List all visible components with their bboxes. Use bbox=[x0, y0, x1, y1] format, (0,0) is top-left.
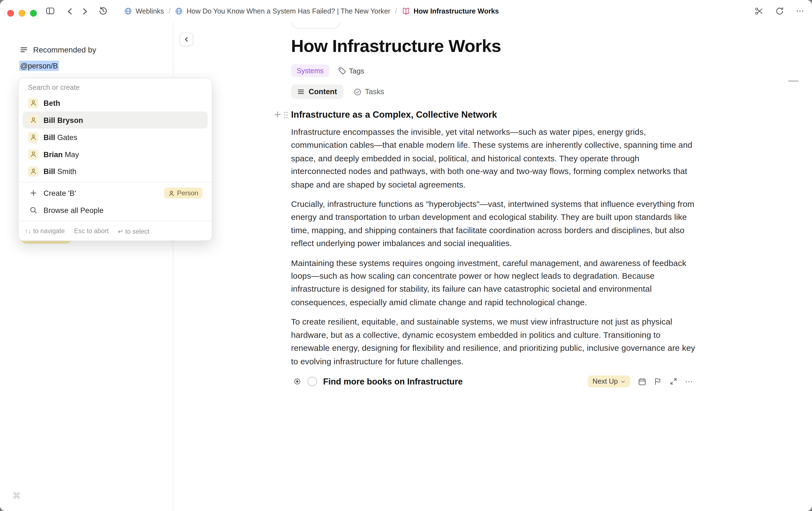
window-titlebar: Weblinks / How Do You Know When a System… bbox=[0, 0, 812, 22]
more-options-icon[interactable]: ⋯ bbox=[796, 7, 804, 15]
create-label: Create 'B' bbox=[44, 189, 76, 197]
breadcrumb-separator: / bbox=[395, 7, 397, 15]
object-meta-row: Systems Tags bbox=[291, 64, 696, 77]
person-option[interactable]: BillGates bbox=[23, 129, 208, 145]
breadcrumb-item-current-page[interactable]: How Infrastructure Works bbox=[402, 7, 499, 15]
browse-all-people-option[interactable]: Browse all People bbox=[23, 201, 208, 219]
breadcrumb-separator: / bbox=[169, 7, 171, 15]
recommended-by-label: Recommended by bbox=[33, 45, 96, 54]
scissors-icon[interactable] bbox=[755, 6, 763, 15]
person-name: BrianMay bbox=[44, 150, 79, 158]
section-heading[interactable]: Infrastructure as a Complex, Collective … bbox=[291, 109, 696, 120]
divider bbox=[19, 182, 212, 183]
person-type-badge: Person bbox=[164, 188, 202, 198]
add-block-icon[interactable] bbox=[273, 110, 282, 119]
clipped-pill-button[interactable] bbox=[291, 22, 340, 28]
command-key-icon: ⌘ bbox=[12, 491, 21, 501]
paragraph[interactable]: Infrastructure encompasses the invisible… bbox=[291, 126, 696, 191]
paragraph[interactable]: Maintaining these systems requires ongoi… bbox=[291, 256, 696, 309]
breadcrumb-label: How Infrastructure Works bbox=[413, 7, 499, 15]
hint-navigate: ↑↓ to navigate bbox=[25, 227, 65, 235]
hint-select: ↵ to select bbox=[118, 227, 149, 235]
task-checkbox[interactable] bbox=[308, 377, 317, 386]
page-title[interactable]: How Infrastructure Works bbox=[291, 36, 696, 56]
task-status-dropdown[interactable]: Next Up bbox=[588, 376, 630, 387]
object-type-badge[interactable]: Systems bbox=[291, 64, 329, 77]
person-icon bbox=[28, 132, 38, 142]
circle-check-icon bbox=[353, 88, 361, 96]
person-option[interactable]: BillBryson bbox=[23, 111, 208, 129]
screen: Weblinks / How Do You Know When a System… bbox=[0, 0, 812, 511]
browse-label: Browse all People bbox=[44, 206, 104, 214]
task-label[interactable]: Find more books on Infrastructure bbox=[323, 377, 463, 387]
globe-icon bbox=[175, 7, 183, 15]
paragraph[interactable]: Crucially, infrastructure functions as "… bbox=[291, 197, 696, 250]
person-name: BillSmith bbox=[44, 167, 77, 176]
sidebar-panel: Recommended by @person/B Search or creat… bbox=[0, 22, 174, 511]
breadcrumb-label: How Do You Know When a System Has Failed… bbox=[186, 7, 390, 15]
mention-input[interactable]: @person/B bbox=[19, 61, 59, 70]
breadcrumb-item-weblink-page[interactable]: How Do You Know When a System Has Failed… bbox=[175, 7, 390, 15]
person-icon bbox=[28, 166, 38, 177]
person-option[interactable]: Beth bbox=[23, 94, 208, 111]
drag-handle-icon[interactable] bbox=[283, 111, 288, 119]
back-icon[interactable] bbox=[65, 7, 75, 16]
task-more-icon[interactable]: ⋯ bbox=[685, 378, 693, 385]
task-row: Find more books on Infrastructure Next U… bbox=[291, 377, 696, 387]
tabs: Content Tasks bbox=[291, 84, 696, 99]
create-person-option[interactable]: Create 'B' Person bbox=[23, 185, 208, 201]
person-icon bbox=[28, 98, 38, 108]
forward-icon[interactable] bbox=[80, 7, 90, 16]
person-name: Beth bbox=[44, 99, 62, 107]
breadcrumb-item-weblinks[interactable]: Weblinks bbox=[124, 7, 164, 15]
history-icon[interactable] bbox=[98, 6, 108, 16]
main-content: How Infrastructure Works Systems Tags Co… bbox=[174, 22, 812, 511]
breadcrumb-label: Weblinks bbox=[136, 7, 164, 15]
search-or-create-label: Search or create bbox=[19, 78, 212, 94]
calendar-icon[interactable] bbox=[638, 378, 646, 386]
document: How Infrastructure Works Systems Tags Co… bbox=[291, 36, 696, 386]
book-icon bbox=[402, 7, 410, 15]
sidebar-toggle-icon[interactable] bbox=[46, 6, 55, 16]
collapse-sidebar-icon[interactable] bbox=[180, 33, 193, 46]
search-icon bbox=[28, 206, 38, 214]
app-window: Weblinks / How Do You Know When a System… bbox=[0, 0, 812, 511]
task-controls: Next Up ⋯ bbox=[588, 376, 693, 387]
tags-button[interactable]: Tags bbox=[338, 66, 364, 75]
close-window-button[interactable] bbox=[7, 10, 14, 17]
hint-abort: Esc to abort bbox=[74, 227, 109, 235]
divider bbox=[19, 221, 212, 221]
person-name: BillBryson bbox=[44, 116, 83, 124]
paragraph[interactable]: To create resilient, equitable, and sust… bbox=[291, 315, 696, 368]
tab-tasks[interactable]: Tasks bbox=[353, 87, 384, 96]
flag-icon[interactable] bbox=[654, 378, 662, 385]
expand-icon[interactable] bbox=[670, 378, 677, 385]
bullet-target-icon[interactable] bbox=[294, 378, 301, 385]
tag-icon bbox=[338, 67, 346, 75]
recommended-by-property[interactable]: Recommended by bbox=[20, 45, 96, 54]
chevron-down-icon bbox=[620, 379, 626, 384]
person-name: BillGates bbox=[44, 133, 77, 141]
sync-icon[interactable] bbox=[775, 6, 784, 15]
person-icon bbox=[28, 115, 38, 126]
lines-icon bbox=[297, 88, 304, 95]
plus-icon bbox=[28, 189, 38, 197]
person-option[interactable]: BillSmith bbox=[23, 163, 208, 180]
person-options-list: Beth BillBryson BillGates BrianMay BillS… bbox=[19, 94, 212, 180]
minimize-window-button[interactable] bbox=[19, 10, 25, 17]
tab-content[interactable]: Content bbox=[291, 84, 343, 99]
person-option[interactable]: BrianMay bbox=[23, 145, 208, 163]
list-icon bbox=[20, 45, 28, 54]
titlebar-actions: ⋯ bbox=[755, 0, 804, 22]
person-icon bbox=[28, 149, 38, 159]
mention-selected-text: @person/B bbox=[19, 61, 59, 71]
person-picker-dropdown: Search or create Beth BillBryson BillGat… bbox=[18, 78, 212, 241]
window-controls bbox=[7, 10, 37, 17]
globe-icon bbox=[124, 7, 132, 15]
section-heading-block: Infrastructure as a Complex, Collective … bbox=[291, 109, 696, 120]
breadcrumb: Weblinks / How Do You Know When a System… bbox=[124, 0, 499, 22]
dropdown-keyboard-hints: ↑↓ to navigate Esc to abort ↵ to select bbox=[19, 223, 212, 241]
panel-handle[interactable] bbox=[788, 80, 799, 82]
zoom-window-button[interactable] bbox=[30, 10, 37, 17]
tags-label: Tags bbox=[349, 66, 364, 75]
